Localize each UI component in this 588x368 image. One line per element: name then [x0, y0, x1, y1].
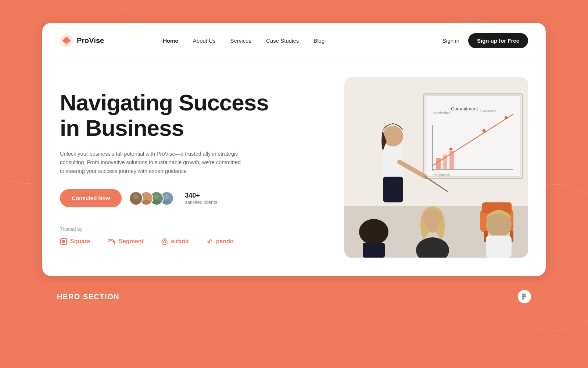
- segment-icon: [108, 238, 116, 245]
- nav-item-home[interactable]: Home: [163, 38, 178, 44]
- hero-section: Navigating Success in Business Unlock yo…: [42, 59, 546, 276]
- brands-row: Square Segment airbn: [60, 238, 322, 245]
- svg-point-5: [154, 194, 159, 199]
- clients-count: 340+: [185, 192, 217, 199]
- brand-segment: Segment: [108, 238, 144, 245]
- square-icon: [60, 238, 67, 245]
- signup-button[interactable]: Sign up for Free: [468, 33, 528, 48]
- svg-text:Perspective: Perspective: [433, 173, 450, 177]
- nav-link-services[interactable]: Services: [230, 38, 252, 44]
- clients-label: satisfied clients: [185, 199, 217, 205]
- consult-now-button[interactable]: Consuled Now: [60, 189, 122, 207]
- nav-link-case-studies[interactable]: Case Studies: [266, 38, 299, 44]
- logo[interactable]: ProVise: [60, 34, 104, 47]
- hero-scene-svg: Commitment Satisfaction Ex: [344, 77, 528, 258]
- svg-text:Satisfaction: Satisfaction: [433, 111, 450, 115]
- svg-point-11: [164, 241, 166, 243]
- avatars-group: [129, 191, 170, 205]
- nav-actions: Sign in Sign up for Free: [442, 33, 528, 48]
- svg-rect-23: [436, 158, 441, 169]
- brand-airbnb: airbnb: [161, 238, 189, 245]
- nav-item-case-studies[interactable]: Case Studies: [266, 38, 299, 44]
- nav-item-blog[interactable]: Blog: [313, 38, 325, 44]
- logo-text: ProVise: [77, 36, 104, 45]
- trusted-label: Trusted by: [60, 226, 322, 232]
- svg-point-6: [153, 199, 160, 205]
- nav-link-home[interactable]: Home: [163, 38, 178, 44]
- svg-point-8: [163, 199, 171, 205]
- nav-link-about[interactable]: About Us: [193, 38, 216, 44]
- hero-image: Commitment Satisfaction Ex: [344, 77, 528, 258]
- hero-left: Navigating Success in Business Unlock yo…: [60, 90, 322, 245]
- brand-pendo: pendo: [207, 238, 234, 245]
- nav-item-services[interactable]: Services: [230, 38, 252, 44]
- nav-link-blog[interactable]: Blog: [313, 38, 325, 44]
- svg-text:Commitment: Commitment: [451, 106, 478, 112]
- hero-cta-row: Consuled Now: [60, 189, 322, 207]
- svg-point-45: [359, 219, 388, 245]
- svg-rect-10: [62, 240, 65, 243]
- trusted-section: Trusted by Square Segm: [60, 226, 322, 245]
- svg-point-27: [483, 129, 485, 132]
- svg-point-2: [132, 199, 140, 205]
- nav-links: Home About Us Services Case Studies Blog: [163, 38, 325, 44]
- svg-marker-13: [207, 240, 210, 244]
- svg-point-3: [144, 194, 149, 199]
- main-card: ProVise Home About Us Services Case Stud…: [42, 23, 546, 276]
- brand-square: Square: [60, 238, 90, 245]
- svg-marker-12: [210, 238, 213, 241]
- svg-point-28: [505, 116, 508, 119]
- figma-icon: [518, 290, 531, 303]
- svg-point-7: [165, 194, 169, 199]
- svg-point-26: [449, 148, 452, 151]
- hero-right: Commitment Satisfaction Ex: [344, 77, 528, 258]
- hero-description: Unlock your business's full potential wi…: [60, 150, 244, 176]
- navbar: ProVise Home About Us Services Case Stud…: [42, 23, 546, 59]
- bottom-bar: HERO SECTION: [42, 282, 546, 311]
- svg-point-4: [142, 199, 150, 205]
- hero-title: Navigating Success in Business: [60, 90, 322, 141]
- nav-item-about[interactable]: About Us: [193, 38, 216, 44]
- pendo-icon: [207, 238, 213, 245]
- logo-icon: [60, 34, 73, 47]
- svg-point-1: [134, 194, 139, 199]
- airbnb-icon: [161, 238, 168, 245]
- avatar-1: [129, 191, 143, 205]
- svg-rect-24: [443, 155, 447, 169]
- hero-section-label: HERO SECTION: [57, 293, 119, 301]
- svg-rect-44: [486, 236, 512, 258]
- clients-info: 340+ satisfied clients: [185, 192, 217, 205]
- svg-rect-25: [449, 151, 454, 169]
- svg-rect-46: [363, 243, 385, 258]
- svg-rect-37: [383, 177, 403, 202]
- sign-in-button[interactable]: Sign in: [442, 38, 459, 44]
- svg-text:Excellence: Excellence: [480, 109, 496, 113]
